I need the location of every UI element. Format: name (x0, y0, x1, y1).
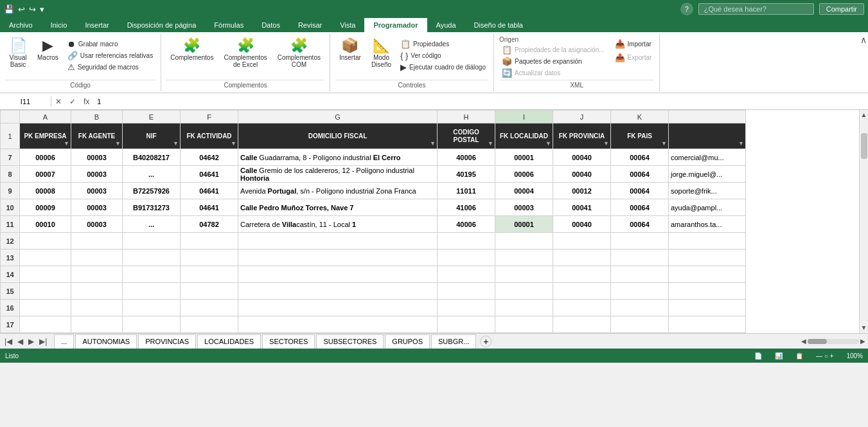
cell-A14[interactable] (20, 266, 71, 283)
scroll-left-button[interactable]: ◀ (801, 338, 806, 345)
cell-F16[interactable] (181, 300, 238, 316)
grabar-macro-button[interactable]: ⏺ Grabar macro (65, 39, 155, 50)
search-input[interactable] (698, 3, 814, 15)
header-email[interactable]: ▼ (669, 123, 746, 149)
cell-H12[interactable] (438, 233, 495, 250)
share-button[interactable]: Compartir (819, 3, 864, 15)
cell-H16[interactable] (438, 300, 495, 316)
cell-F9[interactable]: 04641 (181, 183, 238, 199)
tab-ayuda[interactable]: Ayuda (427, 18, 465, 32)
cell-B7[interactable]: 00003 (71, 149, 123, 166)
col-header-B[interactable]: B (71, 111, 123, 123)
col-header-L[interactable] (669, 111, 746, 123)
cell-J10[interactable]: 00041 (553, 199, 611, 216)
cell-A15[interactable] (20, 283, 71, 300)
filter-icon-email[interactable]: ▼ (738, 140, 744, 147)
sheet-tab-grupos[interactable]: GRUPOS (385, 334, 430, 349)
view-page-break-icon[interactable]: 📋 (795, 352, 803, 359)
sheet-tab-ellipsis[interactable]: ... (54, 334, 74, 349)
formula-input[interactable]: 1 (93, 96, 868, 107)
cell-B14[interactable] (71, 266, 123, 283)
cell-H14[interactable] (438, 266, 495, 283)
cell-H7[interactable]: 40006 (438, 149, 495, 166)
cell-H11[interactable]: 40006 (438, 216, 495, 233)
cell-J9[interactable]: 00012 (553, 183, 611, 199)
cell-F11[interactable]: 04782 (181, 216, 238, 233)
cell-L16[interactable] (669, 300, 746, 316)
col-header-E[interactable]: E (123, 111, 181, 123)
add-sheet-button[interactable]: + (480, 336, 492, 347)
header-fk-pais[interactable]: FK PAIS ▼ (611, 123, 669, 149)
header-fk-localidad[interactable]: FK LOCALIDAD ▼ (495, 123, 553, 149)
sheet-tab-subgr[interactable]: SUBGR... (431, 334, 476, 349)
insertar-control-button[interactable]: 📦 Insertar (335, 36, 365, 62)
sheet-nav-prev[interactable]: ◀ (15, 337, 25, 346)
filter-icon-dom[interactable]: ▼ (430, 140, 436, 147)
cell-B15[interactable] (71, 283, 123, 300)
scroll-down-button[interactable]: ▼ (860, 323, 869, 333)
cell-K11[interactable]: 00064 (611, 216, 669, 233)
filter-icon-fk-act[interactable]: ▼ (231, 140, 236, 147)
cell-G14[interactable] (238, 266, 438, 283)
sheet-nav-first[interactable]: |◀ (3, 337, 14, 346)
cell-I9[interactable]: 00004 (495, 183, 553, 199)
formula-confirm-button[interactable]: ✓ (66, 97, 80, 106)
col-header-K[interactable]: K (611, 111, 669, 123)
cell-B13[interactable] (71, 250, 123, 266)
cell-E16[interactable] (123, 300, 181, 316)
cell-K10[interactable]: 00064 (611, 199, 669, 216)
cell-K15[interactable] (611, 283, 669, 300)
complementos-com-button[interactable]: 🧩 Complementos COM (274, 36, 324, 69)
header-cp[interactable]: CODIGO POSTAL ▼ (438, 123, 495, 149)
usar-referencias-button[interactable]: 🔗 Usar referencias relativas (65, 50, 155, 61)
h-scrollbar-thumb[interactable] (808, 339, 827, 344)
fx-button[interactable]: fx (80, 97, 93, 106)
cell-E15[interactable] (123, 283, 181, 300)
ver-codigo-button[interactable]: { } Ver código (398, 50, 488, 61)
cell-E13[interactable] (123, 250, 181, 266)
cell-I17[interactable] (495, 316, 553, 333)
cell-H8[interactable]: 40195 (438, 166, 495, 183)
cell-K13[interactable] (611, 250, 669, 266)
cell-K9[interactable]: 00064 (611, 183, 669, 199)
zoom-slider[interactable]: — ○ + (816, 352, 833, 359)
cell-F12[interactable] (181, 233, 238, 250)
ribbon-collapse-button[interactable]: ∧ (860, 35, 867, 45)
cell-A7[interactable]: 00006 (20, 149, 71, 166)
cell-K14[interactable] (611, 266, 669, 283)
h-scrollbar-track[interactable] (808, 339, 859, 344)
cell-reference[interactable]: I11 (0, 96, 51, 107)
cell-J12[interactable] (553, 233, 611, 250)
tab-archivo[interactable]: Archivo (0, 18, 42, 32)
cell-G7[interactable]: Calle Guadarrama, 8 - Polígono industria… (238, 149, 438, 166)
scroll-up-button[interactable]: ▲ (860, 110, 869, 120)
cell-B9[interactable]: 00003 (71, 183, 123, 199)
col-header-F[interactable]: F (181, 111, 238, 123)
vertical-scrollbar[interactable]: ▲ ▼ (859, 110, 868, 333)
tab-disposicion[interactable]: Disposición de página (118, 18, 206, 32)
cell-F13[interactable] (181, 250, 238, 266)
filter-icon-pk[interactable]: ▼ (64, 140, 69, 147)
cell-A16[interactable] (20, 300, 71, 316)
header-fk-agente[interactable]: FK AGENTE ▼ (71, 123, 123, 149)
complementos-excel-button[interactable]: 🧩 Complementos de Excel (220, 36, 270, 69)
scroll-thumb[interactable] (861, 133, 867, 159)
cell-G13[interactable] (238, 250, 438, 266)
tab-inicio[interactable]: Inicio (42, 18, 76, 32)
cell-L9[interactable]: soporte@frik... (669, 183, 746, 199)
cell-A10[interactable]: 00009 (20, 199, 71, 216)
header-pk-empresa[interactable]: PK EMPRESA ▼ (20, 123, 71, 149)
cell-J7[interactable]: 00040 (553, 149, 611, 166)
col-header-I[interactable]: I (495, 111, 553, 123)
scroll-right-button[interactable]: ▶ (860, 338, 865, 345)
cell-A13[interactable] (20, 250, 71, 266)
view-layout-icon[interactable]: 📊 (775, 352, 783, 359)
header-domicilio[interactable]: DOMICILIO FISCAL ▼ (238, 123, 438, 149)
importar-button[interactable]: 📥 Importar (612, 39, 655, 50)
cell-G12[interactable] (238, 233, 438, 250)
cell-I12[interactable] (495, 233, 553, 250)
cell-A12[interactable] (20, 233, 71, 250)
sheet-nav-next[interactable]: ▶ (26, 337, 36, 346)
cell-F17[interactable] (181, 316, 238, 333)
cell-H15[interactable] (438, 283, 495, 300)
